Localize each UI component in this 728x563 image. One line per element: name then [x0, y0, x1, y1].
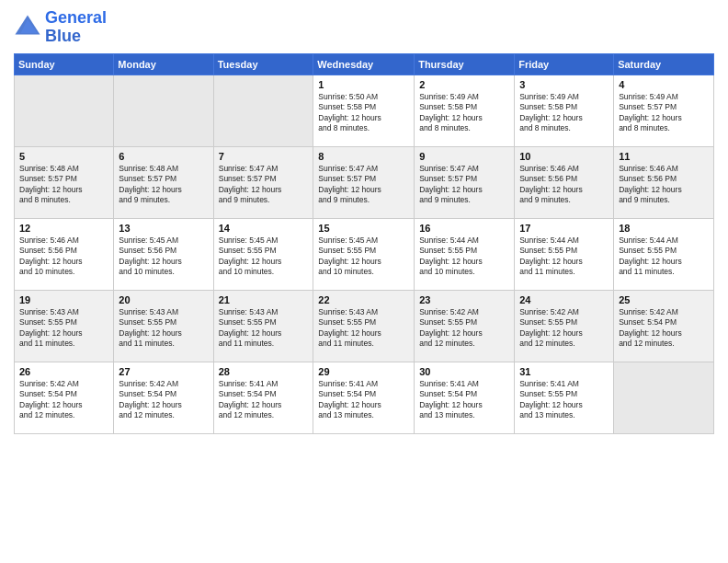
week-row-4: 19Sunrise: 5:43 AM Sunset: 5:55 PM Dayli… — [15, 290, 714, 362]
day-cell: 25Sunrise: 5:42 AM Sunset: 5:54 PM Dayli… — [614, 290, 714, 362]
logo-icon — [14, 14, 41, 41]
day-cell: 19Sunrise: 5:43 AM Sunset: 5:55 PM Dayli… — [15, 290, 114, 362]
day-cell: 11Sunrise: 5:46 AM Sunset: 5:56 PM Dayli… — [614, 146, 714, 218]
day-cell: 2Sunrise: 5:49 AM Sunset: 5:58 PM Daylig… — [415, 75, 515, 146]
day-cell: 14Sunrise: 5:45 AM Sunset: 5:55 PM Dayli… — [213, 218, 313, 290]
day-info: Sunrise: 5:43 AM Sunset: 5:55 PM Dayligh… — [119, 307, 208, 350]
day-number: 26 — [19, 366, 108, 377]
day-info: Sunrise: 5:42 AM Sunset: 5:55 PM Dayligh… — [419, 307, 509, 350]
day-info: Sunrise: 5:45 AM Sunset: 5:55 PM Dayligh… — [219, 236, 309, 278]
calendar-page: GeneralBlue SundayMondayTuesdayWednesday… — [0, 0, 728, 563]
day-number: 14 — [219, 223, 309, 234]
day-cell: 20Sunrise: 5:43 AM Sunset: 5:55 PM Dayli… — [114, 290, 213, 362]
day-number: 17 — [519, 223, 609, 234]
weekday-header-thursday: Thursday — [415, 53, 515, 75]
weekday-header-monday: Monday — [114, 53, 213, 75]
day-cell: 28Sunrise: 5:41 AM Sunset: 5:54 PM Dayli… — [213, 362, 313, 433]
day-info: Sunrise: 5:44 AM Sunset: 5:55 PM Dayligh… — [619, 236, 709, 278]
day-cell — [213, 75, 313, 146]
day-cell — [614, 362, 714, 433]
calendar-table: SundayMondayTuesdayWednesdayThursdayFrid… — [14, 53, 714, 434]
day-cell: 16Sunrise: 5:44 AM Sunset: 5:55 PM Dayli… — [415, 218, 515, 290]
weekday-header-row: SundayMondayTuesdayWednesdayThursdayFrid… — [15, 53, 714, 75]
day-info: Sunrise: 5:49 AM Sunset: 5:58 PM Dayligh… — [419, 92, 509, 134]
day-number: 29 — [318, 366, 409, 377]
day-number: 2 — [419, 79, 509, 90]
day-cell: 13Sunrise: 5:45 AM Sunset: 5:56 PM Dayli… — [114, 218, 213, 290]
day-info: Sunrise: 5:42 AM Sunset: 5:55 PM Dayligh… — [519, 307, 609, 350]
day-info: Sunrise: 5:48 AM Sunset: 5:57 PM Dayligh… — [119, 164, 208, 206]
day-info: Sunrise: 5:47 AM Sunset: 5:57 PM Dayligh… — [219, 164, 309, 206]
day-number: 23 — [419, 294, 509, 305]
day-info: Sunrise: 5:41 AM Sunset: 5:54 PM Dayligh… — [219, 379, 309, 421]
day-cell: 12Sunrise: 5:46 AM Sunset: 5:56 PM Dayli… — [15, 218, 114, 290]
day-cell: 3Sunrise: 5:49 AM Sunset: 5:58 PM Daylig… — [515, 75, 614, 146]
logo-text: GeneralBlue — [45, 9, 107, 46]
day-cell: 26Sunrise: 5:42 AM Sunset: 5:54 PM Dayli… — [15, 362, 114, 433]
day-number: 7 — [219, 151, 309, 162]
day-info: Sunrise: 5:41 AM Sunset: 5:54 PM Dayligh… — [318, 379, 409, 421]
day-info: Sunrise: 5:46 AM Sunset: 5:56 PM Dayligh… — [619, 164, 709, 206]
day-cell: 18Sunrise: 5:44 AM Sunset: 5:55 PM Dayli… — [614, 218, 714, 290]
weekday-header-friday: Friday — [515, 53, 614, 75]
day-info: Sunrise: 5:45 AM Sunset: 5:56 PM Dayligh… — [119, 236, 208, 278]
day-cell: 1Sunrise: 5:50 AM Sunset: 5:58 PM Daylig… — [313, 75, 415, 146]
day-number: 31 — [519, 366, 609, 377]
day-number: 16 — [419, 223, 509, 234]
day-number: 4 — [619, 79, 709, 90]
day-cell: 27Sunrise: 5:42 AM Sunset: 5:54 PM Dayli… — [114, 362, 213, 433]
week-row-2: 5Sunrise: 5:48 AM Sunset: 5:57 PM Daylig… — [15, 146, 714, 218]
week-row-3: 12Sunrise: 5:46 AM Sunset: 5:56 PM Dayli… — [15, 218, 714, 290]
day-cell: 30Sunrise: 5:41 AM Sunset: 5:54 PM Dayli… — [415, 362, 515, 433]
day-info: Sunrise: 5:41 AM Sunset: 5:54 PM Dayligh… — [419, 379, 509, 421]
day-number: 21 — [219, 294, 309, 305]
day-info: Sunrise: 5:48 AM Sunset: 5:57 PM Dayligh… — [19, 164, 108, 206]
day-cell: 29Sunrise: 5:41 AM Sunset: 5:54 PM Dayli… — [313, 362, 415, 433]
day-info: Sunrise: 5:47 AM Sunset: 5:57 PM Dayligh… — [419, 164, 509, 206]
day-info: Sunrise: 5:42 AM Sunset: 5:54 PM Dayligh… — [619, 307, 709, 350]
day-cell — [15, 75, 114, 146]
day-number: 15 — [318, 223, 409, 234]
day-number: 5 — [19, 151, 108, 162]
header: GeneralBlue — [14, 9, 714, 46]
weekday-header-sunday: Sunday — [15, 53, 114, 75]
day-info: Sunrise: 5:50 AM Sunset: 5:58 PM Dayligh… — [318, 92, 409, 134]
day-cell: 22Sunrise: 5:43 AM Sunset: 5:55 PM Dayli… — [313, 290, 415, 362]
week-row-5: 26Sunrise: 5:42 AM Sunset: 5:54 PM Dayli… — [15, 362, 714, 433]
day-number: 19 — [19, 294, 108, 305]
day-cell: 4Sunrise: 5:49 AM Sunset: 5:57 PM Daylig… — [614, 75, 714, 146]
day-number: 22 — [318, 294, 409, 305]
weekday-header-saturday: Saturday — [614, 53, 714, 75]
day-cell: 23Sunrise: 5:42 AM Sunset: 5:55 PM Dayli… — [415, 290, 515, 362]
day-number: 18 — [619, 223, 709, 234]
day-number: 25 — [619, 294, 709, 305]
day-info: Sunrise: 5:41 AM Sunset: 5:55 PM Dayligh… — [519, 379, 609, 421]
day-number: 8 — [318, 151, 409, 162]
day-number: 20 — [119, 294, 208, 305]
day-number: 27 — [119, 366, 208, 377]
day-info: Sunrise: 5:43 AM Sunset: 5:55 PM Dayligh… — [318, 307, 409, 350]
day-number: 3 — [519, 79, 609, 90]
day-info: Sunrise: 5:46 AM Sunset: 5:56 PM Dayligh… — [19, 236, 108, 278]
logo: GeneralBlue — [14, 9, 107, 46]
day-cell: 10Sunrise: 5:46 AM Sunset: 5:56 PM Dayli… — [515, 146, 614, 218]
day-number: 24 — [519, 294, 609, 305]
day-info: Sunrise: 5:43 AM Sunset: 5:55 PM Dayligh… — [219, 307, 309, 350]
day-info: Sunrise: 5:45 AM Sunset: 5:55 PM Dayligh… — [318, 236, 409, 278]
day-cell: 6Sunrise: 5:48 AM Sunset: 5:57 PM Daylig… — [114, 146, 213, 218]
weekday-header-wednesday: Wednesday — [313, 53, 415, 75]
day-info: Sunrise: 5:43 AM Sunset: 5:55 PM Dayligh… — [19, 307, 108, 350]
day-info: Sunrise: 5:44 AM Sunset: 5:55 PM Dayligh… — [519, 236, 609, 278]
day-cell: 31Sunrise: 5:41 AM Sunset: 5:55 PM Dayli… — [515, 362, 614, 433]
day-number: 30 — [419, 366, 509, 377]
day-info: Sunrise: 5:44 AM Sunset: 5:55 PM Dayligh… — [419, 236, 509, 278]
day-cell: 9Sunrise: 5:47 AM Sunset: 5:57 PM Daylig… — [415, 146, 515, 218]
day-info: Sunrise: 5:47 AM Sunset: 5:57 PM Dayligh… — [318, 164, 409, 206]
day-cell: 15Sunrise: 5:45 AM Sunset: 5:55 PM Dayli… — [313, 218, 415, 290]
day-number: 12 — [19, 223, 108, 234]
day-info: Sunrise: 5:49 AM Sunset: 5:58 PM Dayligh… — [519, 92, 609, 134]
day-cell: 5Sunrise: 5:48 AM Sunset: 5:57 PM Daylig… — [15, 146, 114, 218]
day-cell: 7Sunrise: 5:47 AM Sunset: 5:57 PM Daylig… — [213, 146, 313, 218]
day-info: Sunrise: 5:46 AM Sunset: 5:56 PM Dayligh… — [519, 164, 609, 206]
day-number: 6 — [119, 151, 208, 162]
